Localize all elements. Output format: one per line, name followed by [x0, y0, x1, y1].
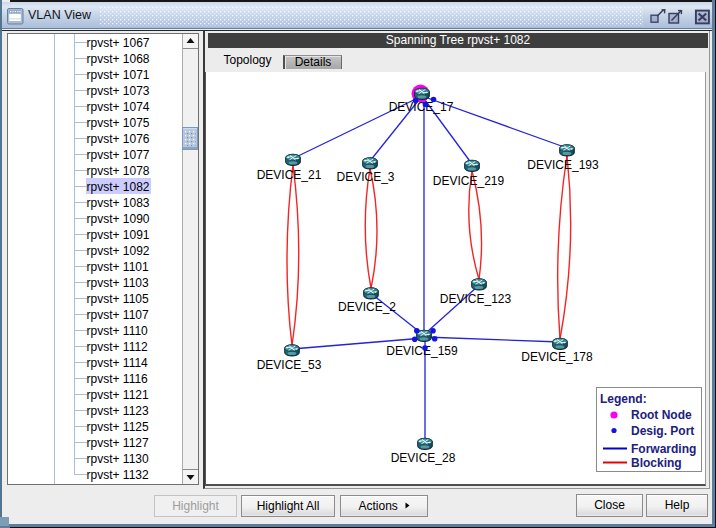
svg-text:rpvst+ 1112: rpvst+ 1112 — [87, 340, 149, 354]
svg-text:rpvst+ 1075: rpvst+ 1075 — [87, 116, 150, 130]
svg-text:rpvst+ 1130: rpvst+ 1130 — [87, 452, 149, 466]
svg-text:DEVICE_2: DEVICE_2 — [338, 300, 396, 314]
svg-text:rpvst+ 1127: rpvst+ 1127 — [87, 436, 149, 450]
svg-text:DEVICE_178: DEVICE_178 — [521, 350, 593, 364]
svg-text:rpvst+ 1068: rpvst+ 1068 — [87, 52, 150, 66]
svg-text:rpvst+ 1082: rpvst+ 1082 — [87, 180, 150, 194]
svg-text:rpvst+ 1073: rpvst+ 1073 — [87, 84, 150, 98]
svg-text:rpvst+ 1101: rpvst+ 1101 — [87, 260, 149, 274]
svg-text:rpvst+ 1074: rpvst+ 1074 — [87, 100, 150, 114]
svg-text:rpvst+ 1071: rpvst+ 1071 — [87, 68, 150, 82]
svg-text:rpvst+ 1091: rpvst+ 1091 — [87, 228, 150, 242]
svg-text:rpvst+ 1076: rpvst+ 1076 — [87, 132, 150, 146]
svg-text:DEVICE_53: DEVICE_53 — [257, 358, 322, 372]
svg-text:DEVICE_219: DEVICE_219 — [433, 174, 505, 188]
svg-text:rpvst+ 1083: rpvst+ 1083 — [87, 196, 150, 210]
svg-text:DEVICE_21: DEVICE_21 — [257, 168, 322, 182]
svg-text:DEVICE_123: DEVICE_123 — [440, 292, 512, 306]
svg-text:rpvst+ 1121: rpvst+ 1121 — [87, 388, 149, 402]
svg-text:rpvst+ 1105: rpvst+ 1105 — [87, 292, 149, 306]
svg-text:rpvst+ 1067: rpvst+ 1067 — [87, 36, 150, 50]
svg-text:Blocking: Blocking — [631, 456, 682, 470]
svg-text:rpvst+ 1132: rpvst+ 1132 — [87, 468, 149, 482]
svg-text:DEVICE_159: DEVICE_159 — [386, 344, 458, 358]
svg-text:DEVICE_17: DEVICE_17 — [389, 100, 454, 114]
svg-text:DEVICE_193: DEVICE_193 — [527, 158, 599, 172]
svg-text:rpvst+ 1114: rpvst+ 1114 — [87, 356, 149, 370]
svg-text:Desig. Port: Desig. Port — [631, 424, 694, 438]
svg-text:rpvst+ 1125: rpvst+ 1125 — [87, 420, 149, 434]
svg-text:rpvst+ 1090: rpvst+ 1090 — [87, 212, 150, 226]
svg-text:Legend:: Legend: — [600, 392, 647, 406]
svg-text:rpvst+ 1092: rpvst+ 1092 — [87, 244, 150, 258]
svg-text:rpvst+ 1123: rpvst+ 1123 — [87, 404, 149, 418]
svg-text:rpvst+ 1103: rpvst+ 1103 — [87, 276, 149, 290]
svg-text:DEVICE_28: DEVICE_28 — [391, 451, 456, 465]
svg-text:rpvst+ 1110: rpvst+ 1110 — [87, 324, 149, 338]
svg-text:Root Node: Root Node — [631, 408, 692, 422]
svg-text:rpvst+ 1107: rpvst+ 1107 — [87, 308, 149, 322]
svg-text:rpvst+ 1077: rpvst+ 1077 — [87, 148, 150, 162]
svg-text:rpvst+ 1116: rpvst+ 1116 — [87, 372, 149, 386]
svg-text:Forwarding: Forwarding — [631, 442, 696, 456]
svg-text:rpvst+ 1078: rpvst+ 1078 — [87, 164, 150, 178]
svg-text:DEVICE_3: DEVICE_3 — [336, 170, 394, 184]
